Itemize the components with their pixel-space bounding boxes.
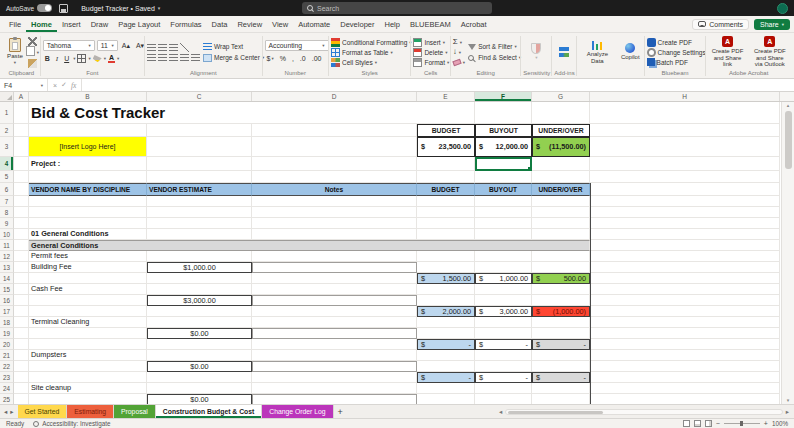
- cell-A11[interactable]: [14, 240, 29, 251]
- cell-A6[interactable]: [14, 183, 29, 196]
- cell-D12[interactable]: [252, 251, 417, 262]
- cell-G20[interactable]: $-: [532, 339, 590, 350]
- cell-G18[interactable]: [532, 317, 590, 328]
- column-header-H[interactable]: H: [590, 92, 780, 101]
- sheet-nav-left-icon[interactable]: ◂: [4, 408, 7, 416]
- cell-A10[interactable]: [14, 229, 29, 240]
- fill-button[interactable]: ↓▾: [453, 48, 465, 57]
- cell-F7[interactable]: [475, 196, 532, 207]
- cell-B22[interactable]: [29, 361, 147, 372]
- name-box[interactable]: F4 ▾: [0, 79, 48, 91]
- cell-H24[interactable]: [590, 383, 780, 394]
- cell-A18[interactable]: [14, 317, 29, 328]
- align-middle-icon[interactable]: [158, 44, 167, 51]
- cell-E6[interactable]: BUDGET: [417, 183, 475, 196]
- row-header-20[interactable]: 20: [0, 339, 14, 350]
- number-format-select[interactable]: Accounting ▾: [265, 40, 329, 51]
- cell-H13[interactable]: [590, 262, 780, 273]
- cell-F2[interactable]: BUYOUT: [475, 124, 532, 137]
- cell-C13[interactable]: $1,000.00: [147, 262, 252, 273]
- cell-B2[interactable]: [29, 124, 147, 137]
- row-header-1[interactable]: 1: [0, 102, 14, 124]
- cell-C20[interactable]: [147, 339, 252, 350]
- page-break-view-button[interactable]: [705, 420, 712, 427]
- cell-C7[interactable]: [147, 196, 252, 207]
- cell-G25[interactable]: [532, 394, 590, 404]
- row-header-2[interactable]: 2: [0, 124, 14, 137]
- cell-A13[interactable]: [14, 262, 29, 273]
- menu-tab-data[interactable]: Data: [207, 16, 233, 32]
- cell-F22[interactable]: [475, 361, 532, 372]
- increase-indent-icon[interactable]: [191, 54, 200, 61]
- cell-H25[interactable]: [590, 394, 780, 404]
- cell-F9[interactable]: [475, 218, 532, 229]
- cell-D22[interactable]: [252, 361, 417, 372]
- copy-button[interactable]: ▾: [28, 48, 39, 57]
- font-size-select[interactable]: 11▾: [97, 40, 118, 51]
- vertical-scroll-thumb[interactable]: [785, 111, 792, 169]
- cell-G5[interactable]: [532, 171, 590, 183]
- column-header-F[interactable]: F: [475, 92, 532, 101]
- cell-D24[interactable]: [252, 383, 417, 394]
- cell-G2[interactable]: UNDER/OVER: [532, 124, 590, 137]
- cell-H3[interactable]: [590, 137, 780, 157]
- cell-B14[interactable]: [29, 273, 147, 284]
- search-input[interactable]: [317, 5, 487, 12]
- scroll-right-icon[interactable]: ▸: [786, 408, 789, 416]
- cell-C5[interactable]: [147, 171, 252, 183]
- acrobat-create-share-outlook-button[interactable]: A Create PDF and Share via Outlook: [751, 36, 789, 68]
- cell-G12[interactable]: [532, 251, 590, 262]
- menu-tab-view[interactable]: View: [267, 16, 293, 32]
- cell-C15[interactable]: [147, 284, 252, 295]
- row-header-17[interactable]: 17: [0, 306, 14, 317]
- row-header-21[interactable]: 21: [0, 350, 14, 361]
- menu-tab-automate[interactable]: Automate: [293, 16, 335, 32]
- cell-D18[interactable]: [252, 317, 417, 328]
- cell-A16[interactable]: [14, 295, 29, 306]
- row-header-4[interactable]: 4: [0, 157, 14, 171]
- cell-B24[interactable]: Site cleanup: [29, 383, 147, 394]
- share-button[interactable]: Share ▾: [754, 19, 790, 30]
- cell-G21[interactable]: [532, 350, 590, 361]
- cell-B9[interactable]: [29, 218, 147, 229]
- cell-H22[interactable]: [590, 361, 780, 372]
- sheet-tab-change-order-log[interactable]: Change Order Log: [262, 405, 333, 418]
- cell-G16[interactable]: [532, 295, 590, 306]
- align-left-icon[interactable]: [147, 54, 156, 61]
- cell-B17[interactable]: [29, 306, 147, 317]
- cell-F16[interactable]: [475, 295, 532, 306]
- row-header-15[interactable]: 15: [0, 284, 14, 295]
- cell-D20[interactable]: [252, 339, 417, 350]
- row-header-11[interactable]: 11: [0, 240, 14, 251]
- cell-H9[interactable]: [590, 218, 780, 229]
- cell-H21[interactable]: [590, 350, 780, 361]
- cell-B15[interactable]: Cash Fee: [29, 284, 147, 295]
- cell-F25[interactable]: [475, 394, 532, 404]
- cell-H17[interactable]: [590, 306, 780, 317]
- zoom-slider[interactable]: [724, 423, 760, 424]
- format-painter-button[interactable]: [28, 59, 39, 68]
- sort-filter-button[interactable]: Sort & Filter▾: [468, 42, 521, 51]
- cell-B10[interactable]: 01 General Conditions: [29, 229, 147, 240]
- cancel-formula-icon[interactable]: ×: [53, 82, 57, 89]
- cell-C17[interactable]: [147, 306, 252, 317]
- sensitivity-button[interactable]: ▾: [529, 43, 543, 62]
- cell-C4[interactable]: [147, 157, 252, 171]
- cell-F8[interactable]: [475, 207, 532, 218]
- underline-button[interactable]: U: [62, 53, 71, 64]
- row-header-23[interactable]: 23: [0, 372, 14, 383]
- cell-B4[interactable]: Project :: [29, 157, 147, 171]
- cell-C3[interactable]: [147, 137, 252, 157]
- cell-D7[interactable]: [252, 196, 417, 207]
- cell-A14[interactable]: [14, 273, 29, 284]
- cell-A21[interactable]: [14, 350, 29, 361]
- cell-C2[interactable]: [147, 124, 252, 137]
- cell-E5[interactable]: [417, 171, 475, 183]
- cell-B25[interactable]: [29, 394, 147, 404]
- fill-color-icon[interactable]: [93, 55, 102, 62]
- cell-A25[interactable]: [14, 394, 29, 404]
- cell-G6[interactable]: UNDER/OVER: [532, 183, 590, 196]
- format-cells-button[interactable]: Format▾: [413, 58, 449, 67]
- cell-E1[interactable]: [417, 102, 475, 124]
- cell-F21[interactable]: [475, 350, 532, 361]
